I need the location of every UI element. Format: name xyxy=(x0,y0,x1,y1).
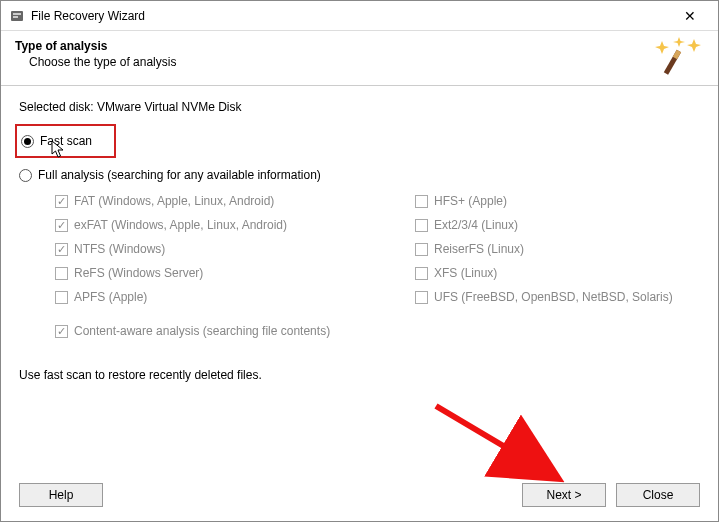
checkbox-label: ReFS (Windows Server) xyxy=(74,266,203,280)
checkbox-label: ReiserFS (Linux) xyxy=(434,242,524,256)
window-title: File Recovery Wizard xyxy=(31,9,670,23)
checkbox-refs[interactable]: ReFS (Windows Server) xyxy=(55,266,415,280)
checkbox-xfs[interactable]: XFS (Linux) xyxy=(415,266,715,280)
checkbox-content-aware[interactable]: Content-aware analysis (searching file c… xyxy=(55,324,700,338)
radio-full-analysis[interactable]: Full analysis (searching for any availab… xyxy=(19,168,700,182)
svg-line-8 xyxy=(436,406,549,473)
wizard-header: Type of analysis Choose the type of anal… xyxy=(1,31,718,86)
close-window-button[interactable]: Close xyxy=(616,483,700,507)
checkbox-fat[interactable]: FAT (Windows, Apple, Linux, Android) xyxy=(55,194,415,208)
svg-marker-4 xyxy=(687,39,701,52)
mouse-cursor-icon xyxy=(51,140,65,161)
checkbox-ntfs[interactable]: NTFS (Windows) xyxy=(55,242,415,256)
checkbox-indicator xyxy=(415,291,428,304)
radio-fast-scan-label: Fast scan xyxy=(40,134,92,148)
checkbox-label: APFS (Apple) xyxy=(74,290,147,304)
checkbox-indicator xyxy=(55,243,68,256)
radio-full-analysis-indicator xyxy=(19,169,32,182)
radio-fast-scan-indicator xyxy=(21,135,34,148)
checkbox-reiserfs[interactable]: ReiserFS (Linux) xyxy=(415,242,715,256)
svg-marker-5 xyxy=(673,37,685,47)
checkbox-indicator xyxy=(55,195,68,208)
wizard-wand-icon xyxy=(652,37,704,75)
content-area: Selected disk: VMware Virtual NVMe Disk … xyxy=(1,86,718,382)
checkbox-indicator xyxy=(415,195,428,208)
fast-scan-highlight: Fast scan xyxy=(15,124,116,158)
filesystem-grid: FAT (Windows, Apple, Linux, Android) HFS… xyxy=(55,194,700,304)
svg-rect-2 xyxy=(13,16,18,18)
titlebar: File Recovery Wizard ✕ xyxy=(1,1,718,31)
checkbox-indicator xyxy=(415,219,428,232)
checkbox-label: UFS (FreeBSD, OpenBSD, NetBSD, Solaris) xyxy=(434,290,673,304)
page-title: Type of analysis xyxy=(15,39,652,53)
checkbox-label: HFS+ (Apple) xyxy=(434,194,507,208)
checkbox-label: NTFS (Windows) xyxy=(74,242,165,256)
annotation-arrow-icon xyxy=(431,401,571,491)
checkbox-exfat[interactable]: exFAT (Windows, Apple, Linux, Android) xyxy=(55,218,415,232)
svg-marker-3 xyxy=(655,41,669,54)
button-spacer xyxy=(113,483,512,507)
checkbox-label: XFS (Linux) xyxy=(434,266,497,280)
checkbox-label: FAT (Windows, Apple, Linux, Android) xyxy=(74,194,274,208)
selected-disk-label: Selected disk: VMware Virtual NVMe Disk xyxy=(19,100,700,114)
next-button[interactable]: Next > xyxy=(522,483,606,507)
checkbox-label: exFAT (Windows, Apple, Linux, Android) xyxy=(74,218,287,232)
checkbox-indicator xyxy=(415,243,428,256)
hint-text: Use fast scan to restore recently delete… xyxy=(19,368,700,382)
checkbox-label: Content-aware analysis (searching file c… xyxy=(74,324,330,338)
help-button[interactable]: Help xyxy=(19,483,103,507)
checkbox-ext[interactable]: Ext2/3/4 (Linux) xyxy=(415,218,715,232)
checkbox-hfs[interactable]: HFS+ (Apple) xyxy=(415,194,715,208)
app-icon xyxy=(9,8,25,24)
button-row: Help Next > Close xyxy=(19,483,700,507)
radio-full-analysis-label: Full analysis (searching for any availab… xyxy=(38,168,321,182)
page-subtitle: Choose the type of analysis xyxy=(29,55,652,69)
checkbox-indicator xyxy=(55,219,68,232)
svg-rect-1 xyxy=(13,13,21,15)
checkbox-ufs[interactable]: UFS (FreeBSD, OpenBSD, NetBSD, Solaris) xyxy=(415,290,715,304)
checkbox-label: Ext2/3/4 (Linux) xyxy=(434,218,518,232)
checkbox-indicator xyxy=(415,267,428,280)
checkbox-indicator xyxy=(55,267,68,280)
checkbox-apfs[interactable]: APFS (Apple) xyxy=(55,290,415,304)
close-button[interactable]: ✕ xyxy=(670,2,710,30)
checkbox-indicator xyxy=(55,291,68,304)
checkbox-indicator xyxy=(55,325,68,338)
